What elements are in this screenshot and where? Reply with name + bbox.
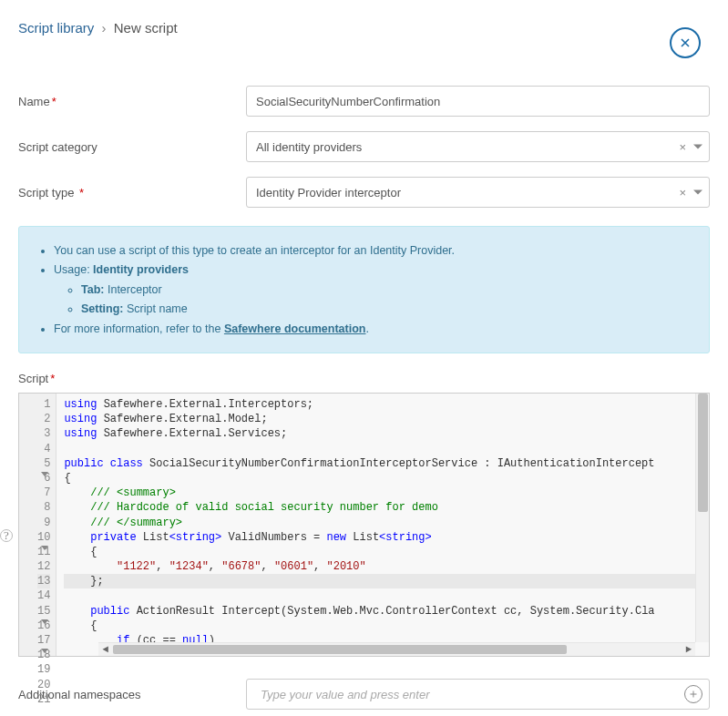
- help-icon[interactable]: ?: [0, 529, 13, 542]
- code-content[interactable]: using Safewhere.External.Interceptors;us…: [56, 394, 709, 656]
- editor-gutter: 123456789101112131415161718192021: [19, 394, 56, 656]
- scroll-left-icon[interactable]: ◄: [100, 643, 110, 656]
- script-category-label: Script category: [18, 140, 246, 154]
- vertical-scrollbar[interactable]: [695, 394, 709, 642]
- script-label: Script*: [18, 372, 710, 385]
- clear-category-icon[interactable]: ×: [679, 140, 686, 154]
- scroll-right-icon[interactable]: ►: [683, 643, 693, 656]
- chevron-down-icon[interactable]: [693, 190, 702, 195]
- namespaces-label: Additional namespaces: [18, 688, 246, 701]
- info-box: You can use a script of this type to cre…: [18, 226, 710, 353]
- breadcrumb-parent-link[interactable]: Script library: [18, 20, 94, 36]
- chevron-down-icon[interactable]: [693, 145, 702, 149]
- clear-type-icon[interactable]: ×: [679, 186, 686, 199]
- namespaces-input[interactable]: Type your value and press enter: [246, 679, 710, 710]
- script-type-label: Script type *: [18, 186, 246, 199]
- documentation-link[interactable]: Safewhere documentation: [224, 322, 366, 335]
- script-category-select[interactable]: All identity providers: [246, 131, 710, 162]
- name-input[interactable]: [246, 86, 710, 117]
- close-icon: [678, 36, 692, 50]
- horizontal-scrollbar[interactable]: ◄ ►: [98, 642, 695, 656]
- name-label: Name*: [18, 95, 246, 108]
- breadcrumb-separator: ›: [102, 20, 107, 36]
- add-namespace-button[interactable]: [684, 685, 702, 703]
- script-type-select[interactable]: Identity Provider interceptor: [246, 177, 710, 208]
- plus-icon: [688, 689, 699, 700]
- breadcrumb: Script library › New script: [18, 20, 178, 36]
- breadcrumb-current: New script: [114, 20, 178, 36]
- code-editor[interactable]: 123456789101112131415161718192021 using …: [18, 393, 710, 657]
- close-button[interactable]: [670, 27, 701, 58]
